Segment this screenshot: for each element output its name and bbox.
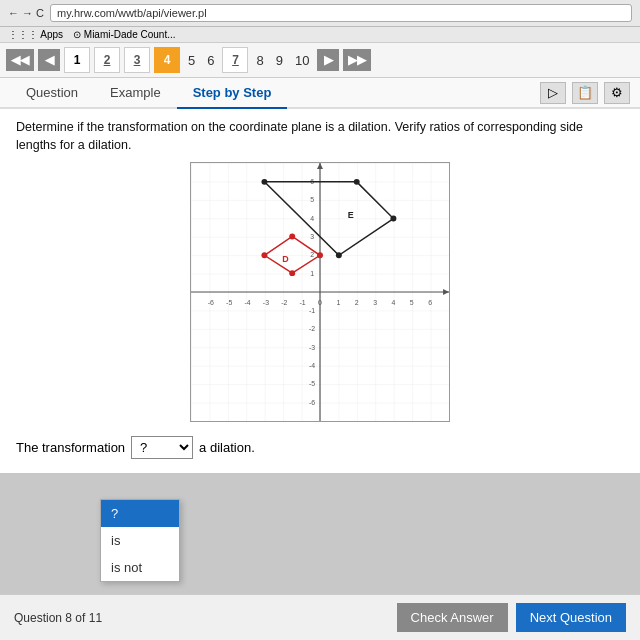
transformation-dropdown[interactable]: ? is is not: [131, 436, 193, 459]
url-bar[interactable]: my.hrw.com/wwtb/api/viewer.pl: [50, 4, 632, 22]
svg-text:4: 4: [310, 215, 314, 222]
last-page-button[interactable]: ▶▶: [343, 49, 371, 71]
tab-question[interactable]: Question: [10, 78, 94, 109]
svg-text:2: 2: [355, 299, 359, 306]
dropdown-option-is-not[interactable]: is not: [101, 554, 179, 581]
page-num-10: 10: [291, 51, 313, 70]
page-num-5: 5: [184, 51, 199, 70]
tab-step-by-step[interactable]: Step by Step: [177, 78, 288, 109]
svg-point-38: [261, 179, 267, 185]
dropdown-option-is[interactable]: is: [101, 527, 179, 554]
question-text: Determine if the transformation on the c…: [16, 119, 624, 154]
svg-text:-4: -4: [244, 299, 250, 306]
notes-icon-button[interactable]: 📋: [572, 82, 598, 104]
browser-bar: ← → C my.hrw.com/wwtb/api/viewer.pl: [0, 0, 640, 27]
svg-text:-5: -5: [226, 299, 232, 306]
apps-label: ⋮⋮⋮ Apps: [8, 29, 63, 40]
browser-nav-icons: ← → C: [8, 7, 44, 19]
answer-row: The transformation ? is is not a dilatio…: [16, 432, 624, 463]
svg-text:-5: -5: [309, 380, 315, 387]
question-counter: Question 8 of 11: [14, 611, 102, 625]
prev-page-button[interactable]: ◀: [38, 49, 60, 71]
svg-point-34: [261, 252, 267, 258]
play-icon-button[interactable]: ▷: [540, 82, 566, 104]
apps-row: ⋮⋮⋮ Apps ⊙ Miami-Dade Count...: [0, 27, 640, 43]
dropdown-popup: ? is is not: [100, 499, 180, 582]
svg-point-36: [317, 252, 323, 258]
page-num-8: 8: [252, 51, 267, 70]
settings-icon-button[interactable]: ⚙: [604, 82, 630, 104]
svg-point-40: [390, 216, 396, 222]
coordinate-graph: -6 -5 -4 -3 -2 -1 0 1 2 3 4 5 6 6 5 4 3 …: [190, 162, 450, 422]
page-navigation: ◀◀ ◀ 1 2 3 4 5 6 7 8 9 10 ▶ ▶▶: [0, 43, 640, 78]
page-btn-2[interactable]: 2: [94, 47, 120, 73]
svg-point-37: [289, 270, 295, 276]
svg-text:E: E: [348, 210, 354, 220]
svg-text:3: 3: [373, 299, 377, 306]
page-btn-3[interactable]: 3: [124, 47, 150, 73]
svg-text:-3: -3: [263, 299, 269, 306]
svg-text:5: 5: [410, 299, 414, 306]
page-btn-7[interactable]: 7: [222, 47, 248, 73]
svg-text:1: 1: [336, 299, 340, 306]
page-num-9: 9: [272, 51, 287, 70]
page-btn-1[interactable]: 1: [64, 47, 90, 73]
check-answer-button[interactable]: Check Answer: [397, 603, 508, 632]
tab-icons: ▷ 📋 ⚙: [540, 82, 630, 104]
first-page-button[interactable]: ◀◀: [6, 49, 34, 71]
next-question-button[interactable]: Next Question: [516, 603, 626, 632]
page-btn-4[interactable]: 4: [154, 47, 180, 73]
svg-text:-2: -2: [281, 299, 287, 306]
main-content: Determine if the transformation on the c…: [0, 109, 640, 473]
footer-buttons: Check Answer Next Question: [397, 603, 626, 632]
next-page-button[interactable]: ▶: [317, 49, 339, 71]
svg-point-35: [289, 233, 295, 239]
svg-point-39: [354, 179, 360, 185]
svg-text:2: 2: [310, 251, 314, 258]
answer-prefix: The transformation: [16, 440, 125, 455]
svg-text:-6: -6: [309, 399, 315, 406]
miami-label: ⊙ Miami-Dade Count...: [73, 29, 175, 40]
svg-text:-3: -3: [309, 344, 315, 351]
svg-text:1: 1: [310, 270, 314, 277]
dropdown-option-question[interactable]: ?: [101, 500, 179, 527]
tabs-row: Question Example Step by Step ▷ 📋 ⚙: [0, 78, 640, 109]
svg-text:3: 3: [310, 233, 314, 240]
svg-point-41: [336, 252, 342, 258]
svg-text:D: D: [282, 254, 289, 264]
svg-text:5: 5: [310, 196, 314, 203]
svg-text:6: 6: [428, 299, 432, 306]
footer: Question 8 of 11 Check Answer Next Quest…: [0, 594, 640, 640]
page-num-6: 6: [203, 51, 218, 70]
svg-text:-2: -2: [309, 325, 315, 332]
svg-text:-1: -1: [300, 299, 306, 306]
svg-text:4: 4: [392, 299, 396, 306]
svg-text:-4: -4: [309, 362, 315, 369]
svg-text:-6: -6: [208, 299, 214, 306]
svg-text:-1: -1: [309, 307, 315, 314]
tab-example[interactable]: Example: [94, 78, 177, 109]
answer-suffix: a dilation.: [199, 440, 255, 455]
svg-text:0: 0: [318, 299, 322, 306]
